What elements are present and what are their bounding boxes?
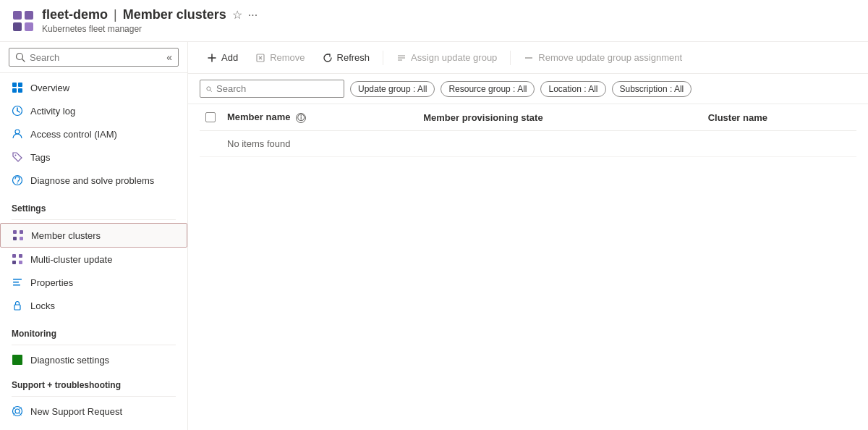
favorite-button[interactable]: ☆ xyxy=(232,8,242,22)
access-control-icon xyxy=(12,128,23,140)
content-area: Add Remove Refresh xyxy=(188,42,868,430)
add-button[interactable]: Add xyxy=(200,48,245,67)
member-clusters-label: Member clusters xyxy=(31,230,101,241)
settings-divider xyxy=(12,219,176,220)
activity-icon xyxy=(12,105,23,117)
svg-rect-19 xyxy=(13,237,17,240)
svg-rect-26 xyxy=(13,282,19,283)
sidebar-search-input[interactable] xyxy=(30,52,162,63)
sidebar-navigation: Overview Activity log xyxy=(0,73,187,430)
monitoring-divider xyxy=(12,345,176,345)
svg-line-5 xyxy=(22,59,25,62)
select-all-checkbox-header[interactable] xyxy=(200,104,221,131)
sidebar-item-diagnostic-settings[interactable]: Diagnostic settings xyxy=(0,348,187,371)
sidebar-collapse-button[interactable]: « xyxy=(166,51,172,63)
properties-label: Properties xyxy=(30,277,73,288)
assign-icon xyxy=(396,53,407,63)
refresh-label: Refresh xyxy=(337,52,370,63)
table-search-input[interactable] xyxy=(216,83,338,94)
sidebar-search-field[interactable]: « xyxy=(9,48,179,67)
col-provisioning-state: Member provisioning state xyxy=(417,104,702,131)
svg-point-13 xyxy=(15,130,20,134)
filter-subscription[interactable]: Subscription : All xyxy=(612,81,692,97)
remove-label: Remove xyxy=(270,52,305,63)
main-layout: « Overview xyxy=(0,42,868,430)
filter-update-group[interactable]: Update group : All xyxy=(350,81,435,97)
no-items-message: No items found xyxy=(221,131,856,157)
locks-icon xyxy=(12,300,23,311)
filters-bar: Update group : All Resource group : All … xyxy=(188,74,868,104)
sidebar-item-member-clusters[interactable]: Member clusters xyxy=(0,223,187,248)
member-name-info-icon[interactable]: ⓘ xyxy=(296,113,306,123)
col-member-name: Member name ⓘ xyxy=(221,104,417,131)
remove-assignment-button[interactable]: Remove update group assignment xyxy=(516,48,689,67)
add-icon xyxy=(207,53,217,63)
sidebar-search-container: « xyxy=(0,42,187,73)
svg-rect-21 xyxy=(12,254,16,258)
col-cluster-name: Cluster name xyxy=(702,104,856,131)
refresh-button[interactable]: Refresh xyxy=(315,48,378,67)
svg-point-14 xyxy=(15,155,17,156)
svg-rect-3 xyxy=(25,22,33,31)
sidebar-item-diagnose[interactable]: Diagnose and solve problems xyxy=(0,169,187,192)
support-icon xyxy=(12,405,23,417)
svg-rect-24 xyxy=(19,261,22,264)
remove-assignment-label: Remove update group assignment xyxy=(538,52,682,63)
more-options-button[interactable]: ··· xyxy=(248,9,258,22)
title-separator: | xyxy=(114,7,117,22)
svg-line-12 xyxy=(17,111,20,112)
remove-assignment-icon xyxy=(524,53,534,63)
multi-cluster-label: Multi-cluster update xyxy=(30,254,112,265)
sidebar-item-locks[interactable]: Locks xyxy=(0,294,187,317)
search-icon xyxy=(15,52,25,62)
diagnose-label: Diagnose and solve problems xyxy=(30,175,154,186)
svg-rect-2 xyxy=(13,22,22,31)
overview-label: Overview xyxy=(30,83,69,93)
overview-icon xyxy=(12,82,23,93)
header-subtitle: Kubernetes fleet manager xyxy=(42,24,258,34)
sidebar-item-activity-log[interactable]: Activity log xyxy=(0,99,187,122)
diagnose-icon xyxy=(12,174,23,186)
support-section-header: Support + troubleshooting xyxy=(0,371,187,393)
properties-icon xyxy=(12,277,23,288)
svg-point-31 xyxy=(15,409,20,413)
sidebar-item-overview[interactable]: Overview xyxy=(0,76,187,99)
svg-rect-18 xyxy=(20,230,23,234)
add-label: Add xyxy=(221,52,238,63)
sidebar-item-access-control[interactable]: Access control (IAM) xyxy=(0,122,187,146)
multi-cluster-icon xyxy=(12,253,23,265)
svg-rect-20 xyxy=(20,237,23,240)
member-clusters-icon xyxy=(12,229,24,241)
sidebar-item-tags[interactable]: Tags xyxy=(0,146,187,169)
locks-label: Locks xyxy=(30,300,55,311)
settings-section-header: Settings xyxy=(0,192,187,216)
remove-button[interactable]: Remove xyxy=(248,48,312,67)
svg-rect-0 xyxy=(13,11,22,20)
svg-rect-23 xyxy=(12,261,16,264)
resource-name: fleet-demo xyxy=(42,7,108,22)
table-search-field[interactable] xyxy=(200,80,344,98)
svg-rect-22 xyxy=(19,254,22,258)
search-icon xyxy=(206,84,212,94)
select-all-checkbox[interactable] xyxy=(205,112,216,122)
filter-resource-group[interactable]: Resource group : All xyxy=(441,81,535,97)
assign-button[interactable]: Assign update group xyxy=(389,48,504,67)
support-divider xyxy=(12,396,176,397)
new-support-label: New Support Request xyxy=(30,406,122,417)
tags-label: Tags xyxy=(30,152,50,163)
sidebar-item-properties[interactable]: Properties xyxy=(0,271,187,294)
diagnostic-label: Diagnostic settings xyxy=(30,355,109,366)
sidebar-item-new-support[interactable]: New Support Request xyxy=(0,400,187,423)
svg-line-46 xyxy=(210,90,211,91)
filter-location[interactable]: Location : All xyxy=(540,81,605,97)
table-empty-row: No items found xyxy=(200,131,856,157)
svg-rect-6 xyxy=(12,83,17,87)
sidebar-item-multi-cluster[interactable]: Multi-cluster update xyxy=(0,248,187,271)
sidebar: « Overview xyxy=(0,42,188,430)
toolbar-separator xyxy=(383,51,383,65)
assign-label: Assign update group xyxy=(411,52,497,63)
fleet-icon xyxy=(12,9,35,33)
refresh-icon xyxy=(323,53,333,63)
svg-rect-7 xyxy=(18,83,22,87)
monitoring-section-header: Monitoring xyxy=(0,317,187,342)
